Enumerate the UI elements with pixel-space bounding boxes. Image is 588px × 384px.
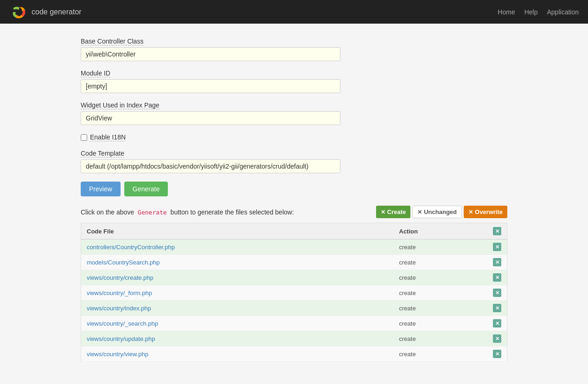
info-text-after: button to generate the files selected be… <box>171 208 294 216</box>
row-select-icon[interactable]: ✕ <box>493 350 501 358</box>
col-action-header: Action <box>394 223 488 239</box>
brand-text: code generator <box>32 8 82 16</box>
i18n-group: Enable I18N <box>81 133 507 141</box>
file-link[interactable]: views/country/view.php <box>87 351 148 358</box>
widget-label: Widget Used in Index Page <box>81 101 160 109</box>
file-cell: views/country/update.php <box>81 331 394 346</box>
row-checkbox-cell[interactable]: ✕ <box>487 239 507 255</box>
action-cell: create <box>394 316 488 331</box>
base-controller-group: Base Controller Class <box>81 38 507 61</box>
action-cell: create <box>394 346 488 362</box>
module-id-label: Module ID <box>81 69 110 77</box>
code-template-input[interactable] <box>81 159 340 173</box>
svg-point-1 <box>16 10 21 14</box>
row-select-icon[interactable]: ✕ <box>493 273 501 282</box>
i18n-checkbox[interactable] <box>81 134 87 141</box>
file-cell: views/country/index.php <box>81 301 394 316</box>
code-template-group: Code Template <box>81 150 507 173</box>
nav-links: Home Help Application <box>498 8 579 16</box>
action-cell: create <box>394 239 488 255</box>
create-x-icon: ✕ <box>381 209 385 215</box>
file-cell: views/country/create.php <box>81 270 394 285</box>
legend-create-label: Create <box>387 208 406 215</box>
action-cell: create <box>394 270 488 285</box>
select-all-icon[interactable]: ✕ <box>493 227 501 235</box>
action-cell: create <box>394 301 488 316</box>
legend-create-button[interactable]: ✕ Create <box>376 206 410 218</box>
row-checkbox-cell[interactable]: ✕ <box>487 255 507 270</box>
table-row: controllers/CountryController.phpcreate✕ <box>81 239 507 255</box>
table-row: views/country/update.phpcreate✕ <box>81 331 507 346</box>
widget-group: Widget Used in Index Page <box>81 101 507 125</box>
code-template-label: Code Template <box>81 150 124 157</box>
table-row: views/country/_form.phpcreate✕ <box>81 285 507 301</box>
file-cell: views/country/_form.php <box>81 285 394 301</box>
col-select-all-header[interactable]: ✕ <box>487 223 507 239</box>
unchanged-x-icon: ✕ <box>417 209 422 215</box>
file-link[interactable]: views/country/_search.php <box>87 320 158 327</box>
row-checkbox-cell[interactable]: ✕ <box>487 285 507 301</box>
nav-help[interactable]: Help <box>524 8 538 16</box>
file-table: Code File Action ✕ controllers/CountryCo… <box>81 223 507 362</box>
row-select-icon[interactable]: ✕ <box>493 289 501 297</box>
row-checkbox-cell[interactable]: ✕ <box>487 316 507 331</box>
action-cell: create <box>394 255 488 270</box>
file-link[interactable]: views/country/create.php <box>87 274 153 281</box>
table-row: views/country/create.phpcreate✕ <box>81 270 507 285</box>
table-row: views/country/_search.phpcreate✕ <box>81 316 507 331</box>
base-controller-input[interactable] <box>81 47 340 61</box>
module-id-group: Module ID <box>81 69 507 93</box>
base-controller-label: Base Controller Class <box>81 38 143 45</box>
brand: code generator <box>9 4 82 20</box>
file-link[interactable]: controllers/CountryController.php <box>87 244 175 251</box>
file-cell: views/country/_search.php <box>81 316 394 331</box>
navbar: code generator Home Help Application <box>0 0 588 24</box>
preview-button[interactable]: Preview <box>81 182 121 196</box>
legend-unchanged-label: Unchanged <box>424 208 457 215</box>
row-select-icon[interactable]: ✕ <box>493 319 501 327</box>
row-select-icon[interactable]: ✕ <box>493 258 501 266</box>
generate-keyword: Generate <box>136 208 169 216</box>
info-text: Click on the above Generate button to ge… <box>81 208 294 216</box>
file-link[interactable]: views/country/update.php <box>87 335 155 342</box>
file-link[interactable]: models/CountrySearch.php <box>87 259 160 266</box>
yii-logo-icon <box>9 4 28 20</box>
file-link[interactable]: views/country/_form.php <box>87 290 152 296</box>
main-content: Base Controller Class Module ID Widget U… <box>71 38 517 362</box>
row-select-icon[interactable]: ✕ <box>493 334 501 343</box>
generate-button[interactable]: Generate <box>124 182 168 196</box>
row-checkbox-cell[interactable]: ✕ <box>487 270 507 285</box>
file-table-body: controllers/CountryController.phpcreate✕… <box>81 239 507 362</box>
row-checkbox-cell[interactable]: ✕ <box>487 301 507 316</box>
file-cell: views/country/view.php <box>81 346 394 362</box>
action-cell: create <box>394 331 488 346</box>
row-checkbox-cell[interactable]: ✕ <box>487 346 507 362</box>
legend-overwrite-button[interactable]: ✕ Overwrite <box>464 206 507 218</box>
legend-overwrite-label: Overwrite <box>475 208 503 215</box>
file-link[interactable]: views/country/index.php <box>87 305 151 312</box>
nav-home[interactable]: Home <box>498 8 515 16</box>
file-cell: models/CountrySearch.php <box>81 255 394 270</box>
module-id-input[interactable] <box>81 79 340 93</box>
row-checkbox-cell[interactable]: ✕ <box>487 331 507 346</box>
legend-buttons: ✕ Create ✕ Unchanged ✕ Overwrite <box>376 206 507 218</box>
file-cell: controllers/CountryController.php <box>81 239 394 255</box>
info-row: Click on the above Generate button to ge… <box>81 206 507 218</box>
action-cell: create <box>394 285 488 301</box>
table-row: views/country/index.phpcreate✕ <box>81 301 507 316</box>
i18n-label: Enable I18N <box>90 133 126 141</box>
legend-unchanged-button[interactable]: ✕ Unchanged <box>412 206 462 218</box>
row-select-icon[interactable]: ✕ <box>493 243 501 251</box>
widget-input[interactable] <box>81 111 340 125</box>
row-select-icon[interactable]: ✕ <box>493 304 501 312</box>
table-row: models/CountrySearch.phpcreate✕ <box>81 255 507 270</box>
nav-application[interactable]: Application <box>547 8 579 16</box>
col-code-file-header: Code File <box>81 223 394 239</box>
overwrite-x-icon: ✕ <box>468 209 473 215</box>
table-row: views/country/view.phpcreate✕ <box>81 346 507 362</box>
action-buttons: Preview Generate <box>81 182 507 196</box>
info-text-before: Click on the above <box>81 208 134 216</box>
